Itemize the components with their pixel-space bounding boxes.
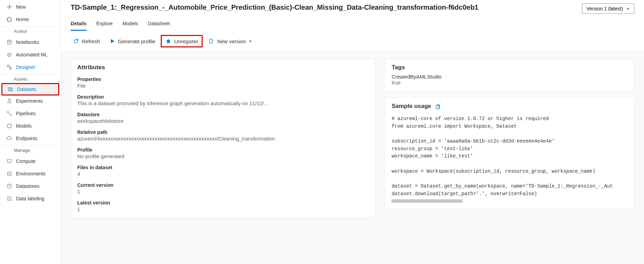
datasets-icon: [7, 86, 14, 92]
attr-label: Relative path: [77, 129, 369, 135]
svg-line-12: [9, 113, 10, 115]
content-area: Attributes Properties File Description T…: [61, 52, 644, 264]
attr-value: File: [77, 83, 369, 89]
flask-icon: [6, 98, 12, 104]
tab-models[interactable]: Models: [122, 21, 138, 31]
sidebar-item-label: Experiments: [16, 98, 43, 104]
svg-rect-5: [7, 65, 9, 67]
sidebar-section-author: Author: [0, 26, 61, 36]
sidebar-item-label: Endpoints: [16, 136, 37, 141]
sample-code[interactable]: # azureml-core of version 1.0.72 or high…: [391, 115, 628, 198]
home-icon: [6, 16, 12, 22]
sidebar: New Home Author Notebooks Automated ML D…: [0, 0, 61, 264]
cloud-icon: [6, 135, 12, 142]
sidebar-item-new[interactable]: New: [0, 1, 61, 13]
chevron-down-icon: ▼: [249, 39, 252, 43]
sidebar-item-experiments[interactable]: Experiments: [0, 95, 61, 107]
toolbar-label: New version: [217, 38, 246, 44]
sidebar-item-label: Datastores: [16, 183, 39, 189]
tab-datasheet[interactable]: Datasheet: [148, 21, 170, 31]
svg-rect-13: [7, 160, 11, 162]
sidebar-item-datasets[interactable]: Datasets: [1, 83, 59, 95]
sample-usage-card: Sample usage # azureml-core of version 1…: [385, 98, 634, 209]
sidebar-item-label: Automated ML: [16, 52, 47, 57]
tag-key: CreatedByAMLStudio: [391, 74, 628, 80]
attr-label: Latest version: [77, 200, 369, 206]
pipeline-icon: [6, 110, 12, 117]
svg-rect-20: [436, 106, 439, 109]
card-heading: Sample usage: [391, 103, 431, 110]
attr-value: azureml/4xxxxxxxxxxxxxxxxxxxxxxxxxxxxxxx…: [77, 136, 369, 142]
sidebar-item-home[interactable]: Home: [0, 13, 61, 26]
tab-explore[interactable]: Explore: [96, 21, 113, 31]
svg-point-17: [8, 184, 11, 185]
sidebar-item-compute[interactable]: Compute: [0, 155, 61, 167]
card-heading: Tags: [391, 64, 628, 71]
sidebar-item-environments[interactable]: Environments: [0, 167, 61, 180]
new-version-button[interactable]: New version ▼: [205, 36, 255, 46]
environments-icon: [6, 171, 12, 177]
sidebar-item-label: Home: [16, 17, 29, 22]
sidebar-item-automatedml[interactable]: Automated ML: [0, 48, 61, 61]
tab-bar: Details Explore Models Datasheet: [61, 14, 644, 31]
sidebar-item-models[interactable]: Models: [0, 120, 61, 132]
cube-icon: [6, 123, 12, 129]
sidebar-item-label: Environments: [16, 171, 46, 176]
label-icon: [6, 195, 12, 202]
attr-label: Datastore: [77, 112, 369, 117]
svg-rect-8: [8, 88, 11, 91]
generate-profile-button[interactable]: Generate profile: [106, 36, 159, 46]
sidebar-item-label: Datasets: [17, 87, 36, 92]
attr-label: Profile: [77, 147, 369, 153]
star-icon: [165, 38, 171, 44]
sidebar-item-datastores[interactable]: Datastores: [0, 180, 61, 192]
attr-value: 1: [77, 206, 369, 212]
attr-current-version: Current version 1: [77, 182, 369, 194]
refresh-button[interactable]: Refresh: [69, 36, 104, 46]
sidebar-item-endpoints[interactable]: Endpoints: [0, 132, 61, 145]
sidebar-item-label: Compute: [16, 158, 36, 164]
attr-label: Current version: [77, 182, 369, 188]
version-dropdown[interactable]: Version 1 (latest) ▼: [582, 3, 634, 14]
sidebar-item-label: Models: [16, 123, 32, 129]
attr-label: Properties: [77, 76, 369, 82]
notebook-icon: [6, 39, 12, 45]
sidebar-item-datalabeling[interactable]: Data labeling: [0, 192, 61, 205]
toolbar: Refresh Generate profile Unregister New …: [61, 31, 644, 52]
unregister-button[interactable]: Unregister: [161, 35, 203, 47]
tab-details[interactable]: Details: [71, 21, 87, 31]
sidebar-item-label: Notebooks: [16, 39, 39, 45]
attr-value: This is a dataset promoted by inference …: [77, 100, 369, 106]
sidebar-item-notebooks[interactable]: Notebooks: [0, 36, 61, 48]
sidebar-section-manage: Manage: [0, 145, 61, 155]
sidebar-item-pipelines[interactable]: Pipelines: [0, 107, 61, 120]
svg-rect-18: [8, 197, 11, 200]
attr-files: Files in dataset 4: [77, 165, 369, 177]
sidebar-item-designer[interactable]: Designer: [0, 61, 61, 73]
attr-profile: Profile No profile generated: [77, 147, 369, 159]
attr-value: workspaceblobstore: [77, 118, 369, 124]
refresh-icon: [73, 38, 79, 44]
play-icon: [109, 38, 115, 44]
attr-label: Description: [77, 94, 369, 100]
copy-icon[interactable]: [435, 104, 440, 111]
main-panel: TD-Sample_1:_Regression_-_Automobile_Pri…: [61, 0, 644, 264]
left-column: Attributes Properties File Description T…: [71, 59, 375, 257]
datastore-icon: [6, 183, 12, 189]
automl-icon: [6, 52, 12, 58]
sidebar-item-label: Data labeling: [16, 196, 44, 201]
right-column: Tags CreatedByAMLStudio true Sample usag…: [385, 59, 634, 257]
page-title: TD-Sample_1:_Regression_-_Automobile_Pri…: [71, 3, 575, 11]
tags-card: Tags CreatedByAMLStudio true: [385, 59, 634, 91]
attr-latest-version: Latest version 1: [77, 200, 369, 212]
chevron-down-icon: ▼: [626, 7, 630, 11]
horizontal-scrollbar[interactable]: [391, 199, 628, 203]
card-heading: Attributes: [77, 64, 369, 71]
attr-relative-path: Relative path azureml/4xxxxxxxxxxxxxxxxx…: [77, 129, 369, 142]
sidebar-item-label: Designer: [16, 64, 35, 70]
attr-properties: Properties File: [77, 76, 369, 89]
sidebar-section-assets: Assets: [0, 74, 61, 84]
header-row: TD-Sample_1:_Regression_-_Automobile_Pri…: [61, 0, 644, 14]
designer-icon: [6, 64, 12, 70]
toolbar-label: Refresh: [82, 38, 100, 44]
